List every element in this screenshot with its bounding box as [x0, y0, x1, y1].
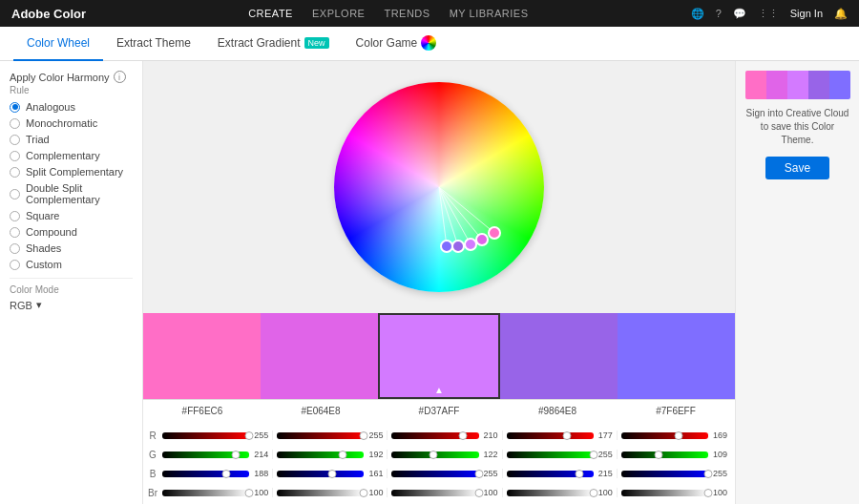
- rule-label: Rule: [10, 85, 133, 95]
- swatch-2[interactable]: [261, 313, 378, 399]
- slider-g-5[interactable]: 109: [618, 450, 731, 459]
- top-nav: Adobe Color CREATE EXPLORE TRENDS MY LIB…: [0, 0, 859, 27]
- radio-compound[interactable]: Compound: [10, 226, 133, 238]
- swatches-row: [143, 313, 735, 399]
- radio-circle: [10, 260, 20, 270]
- svg-line-4: [439, 187, 447, 246]
- tab-extract-gradient[interactable]: Extract Gradient New: [204, 27, 343, 61]
- slider-b-2[interactable]: 161: [273, 469, 388, 478]
- nav-libraries[interactable]: MY LIBRARIES: [450, 8, 529, 19]
- top-nav-right: 🌐 ? 💬 ⋮⋮ Sign In 🔔: [691, 8, 848, 20]
- bell-icon[interactable]: 🔔: [834, 8, 848, 20]
- chevron-down-icon: ▾: [36, 299, 42, 311]
- slider-br-3[interactable]: 100: [388, 488, 502, 497]
- top-nav-links: CREATE EXPLORE TRENDS MY LIBRARIES: [248, 8, 528, 19]
- right-panel: Sign into Creative Cloud to save this Co…: [735, 61, 859, 504]
- radio-analogous[interactable]: Analogous: [10, 101, 133, 113]
- swatch-1[interactable]: [143, 313, 261, 399]
- swatch-4[interactable]: [500, 313, 618, 399]
- sign-in-link[interactable]: Sign In: [790, 8, 823, 19]
- svg-line-1: [439, 187, 482, 240]
- brand: Adobe Color: [11, 7, 86, 21]
- new-badge: New: [304, 37, 329, 49]
- wheel-dot-2[interactable]: [475, 233, 489, 246]
- slider-r-3[interactable]: 210: [388, 430, 502, 440]
- slider-b-1[interactable]: 188: [158, 469, 273, 478]
- hex-value-4: #9864E8: [498, 406, 617, 420]
- radio-custom[interactable]: Custom: [10, 259, 133, 270]
- color-values-row: #FF6EC6 #E064E8 #D37AFF #9864E8 #7F6EFF: [143, 399, 735, 424]
- nav-create[interactable]: CREATE: [248, 8, 293, 19]
- radio-circle: [10, 167, 20, 178]
- swatch-5[interactable]: [618, 313, 735, 399]
- slider-r-1[interactable]: 255: [158, 430, 273, 440]
- tab-color-game[interactable]: Color Game: [343, 27, 450, 61]
- grid-icon[interactable]: ⋮⋮: [758, 8, 779, 20]
- slider-br-5[interactable]: 100: [618, 488, 731, 497]
- hex-value-5: #7F6EFF: [617, 406, 735, 420]
- wheel-dot-3[interactable]: [464, 238, 477, 251]
- hex-value-1: #FF6EC6: [143, 406, 262, 420]
- tab-extract-theme[interactable]: Extract Theme: [103, 27, 204, 61]
- radio-monochromatic[interactable]: Monochromatic: [10, 117, 133, 129]
- slider-r-2[interactable]: 255: [273, 430, 388, 440]
- hex-value-2: #E064E8: [262, 406, 380, 420]
- slider-g-2[interactable]: 192: [273, 450, 388, 459]
- slider-g-1[interactable]: 214: [158, 450, 273, 459]
- preview-seg-2: [766, 71, 787, 99]
- radio-double-split[interactable]: Double Split Complementary: [10, 182, 133, 205]
- nav-explore[interactable]: EXPLORE: [312, 8, 365, 19]
- radio-circle: [10, 227, 20, 238]
- tab-color-wheel[interactable]: Color Wheel: [13, 27, 103, 61]
- preview-seg-4: [808, 71, 829, 99]
- radio-circle: [10, 118, 20, 129]
- slider-br-1[interactable]: 100: [158, 488, 273, 497]
- slider-row-g: G 214 192 122: [143, 445, 735, 464]
- preview-seg-1: [745, 71, 766, 99]
- help-icon[interactable]: ?: [716, 8, 722, 19]
- chat-icon[interactable]: 💬: [733, 8, 746, 20]
- info-icon[interactable]: i: [114, 71, 126, 83]
- slider-g-4[interactable]: 255: [503, 450, 618, 459]
- radio-split-complementary[interactable]: Split Complementary: [10, 166, 133, 178]
- slider-row-br: Br 100 100 100: [143, 483, 735, 502]
- harmony-label: Apply Color Harmony i: [10, 71, 133, 83]
- color-game-icon: [421, 35, 436, 51]
- radio-circle: [10, 135, 20, 145]
- radio-triad[interactable]: Triad: [10, 134, 133, 145]
- color-mode-section: Color Mode RGB ▾: [10, 278, 133, 311]
- slider-r-4[interactable]: 177: [503, 430, 618, 440]
- radio-circle: [10, 211, 20, 221]
- save-button[interactable]: Save: [765, 157, 829, 179]
- sub-nav: Color Wheel Extract Theme Extract Gradie…: [0, 27, 859, 61]
- svg-line-0: [439, 187, 494, 233]
- radio-complementary[interactable]: Complementary: [10, 150, 133, 161]
- slider-b-4[interactable]: 215: [503, 469, 618, 478]
- wheel-dot-4[interactable]: [451, 240, 465, 253]
- wheel-dot-5[interactable]: [440, 240, 453, 253]
- slider-b-5[interactable]: 255: [618, 469, 731, 478]
- nav-trends[interactable]: TRENDS: [384, 8, 430, 19]
- color-mode-select[interactable]: RGB ▾: [10, 299, 133, 311]
- color-mode-label: Color Mode: [10, 284, 133, 295]
- radio-circle: [10, 189, 20, 200]
- slider-row-b: B 188 161 255: [143, 464, 735, 483]
- left-panel: Apply Color Harmony i Rule Analogous Mon…: [0, 61, 143, 504]
- radio-circle: [10, 102, 20, 113]
- slider-row-r: R 255 255: [143, 426, 735, 445]
- radio-circle: [10, 151, 20, 161]
- save-note: Sign into Creative Cloud to save this Co…: [745, 107, 849, 147]
- wheel-container: [334, 61, 544, 313]
- radio-square[interactable]: Square: [10, 210, 133, 221]
- slider-g-3[interactable]: 122: [388, 450, 502, 459]
- radio-shades[interactable]: Shades: [10, 242, 133, 254]
- swatch-3[interactable]: [378, 313, 499, 399]
- slider-br-2[interactable]: 100: [273, 488, 388, 497]
- slider-r-5[interactable]: 169: [618, 430, 731, 440]
- slider-br-4[interactable]: 100: [503, 488, 618, 497]
- globe-icon[interactable]: 🌐: [691, 8, 704, 20]
- hex-value-3: #D37AFF: [380, 406, 498, 420]
- slider-b-3[interactable]: 255: [388, 469, 502, 478]
- wheel-dot-1[interactable]: [488, 226, 501, 240]
- sliders-section: R 255 255: [143, 424, 735, 504]
